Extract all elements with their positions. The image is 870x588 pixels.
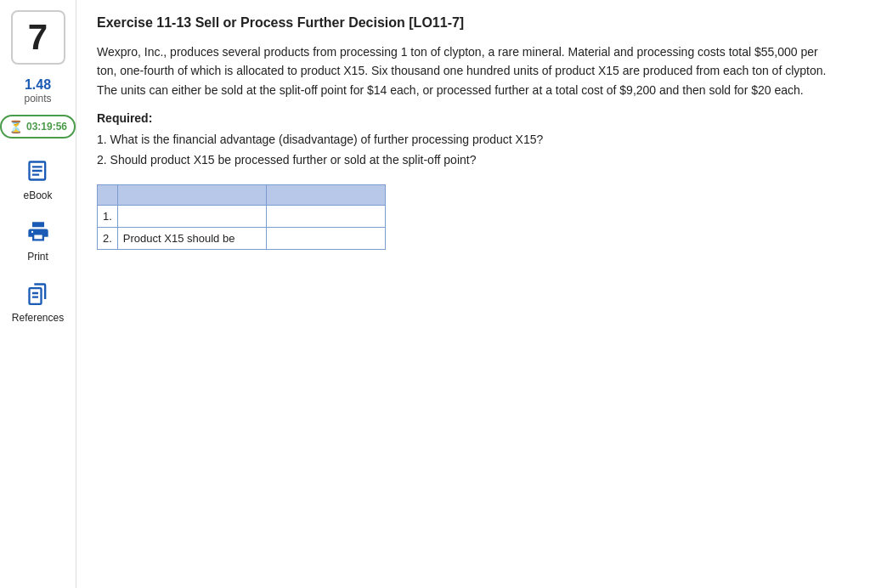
row-2-label-text: Product X15 should be	[123, 232, 235, 245]
question-2: 2. Should product X15 be processed furth…	[97, 150, 850, 171]
row-2-input-value[interactable]	[272, 232, 380, 245]
ebook-label: eBook	[23, 189, 52, 201]
timer-icon: ⏳	[8, 120, 23, 133]
table-row: 2. Product X15 should be	[98, 227, 386, 249]
row-1-input-label[interactable]	[123, 210, 261, 223]
points-label: points	[24, 93, 51, 105]
print-label: Print	[27, 251, 48, 263]
copy-icon	[23, 278, 54, 308]
main-content: Exercise 11-13 Sell or Process Further D…	[76, 0, 870, 588]
answer-table: 1. 2. Product X15 should be	[97, 184, 386, 250]
header-col-num	[98, 184, 118, 205]
question-1: 1. What is the financial advantage (disa…	[97, 130, 850, 150]
sidebar: 7 1.48 points ⏳ 03:19:56 eBook Print Ref	[0, 0, 76, 588]
sidebar-item-references[interactable]: References	[12, 278, 64, 324]
references-label: References	[12, 312, 64, 324]
print-icon	[23, 217, 54, 247]
row-1-value	[267, 205, 386, 227]
exercise-body: Wexpro, Inc., produces several products …	[97, 42, 836, 99]
header-col-label	[117, 184, 266, 205]
row-2-label: Product X15 should be	[117, 227, 266, 249]
required-questions: 1. What is the financial advantage (disa…	[97, 130, 850, 171]
table-row: 1.	[98, 205, 386, 227]
timer-box: ⏳ 03:19:56	[0, 115, 76, 139]
required-label: Required:	[97, 111, 850, 125]
header-col-value	[267, 184, 386, 205]
book-icon	[23, 155, 54, 186]
answer-table-wrapper: 1. 2. Product X15 should be	[97, 184, 386, 250]
sidebar-item-print[interactable]: Print	[23, 217, 54, 263]
question-number: 7	[28, 17, 48, 58]
row-1-num: 1.	[98, 205, 118, 227]
row-1-label	[117, 205, 266, 227]
sidebar-item-ebook[interactable]: eBook	[23, 155, 54, 201]
row-2-num: 2.	[98, 227, 118, 249]
question-number-box: 7	[11, 10, 65, 65]
exercise-title: Exercise 11-13 Sell or Process Further D…	[97, 15, 850, 31]
row-1-input-value[interactable]	[272, 210, 380, 223]
points-value: 1.48	[25, 76, 51, 93]
timer-value: 03:19:56	[26, 121, 67, 133]
row-2-value	[267, 227, 386, 249]
